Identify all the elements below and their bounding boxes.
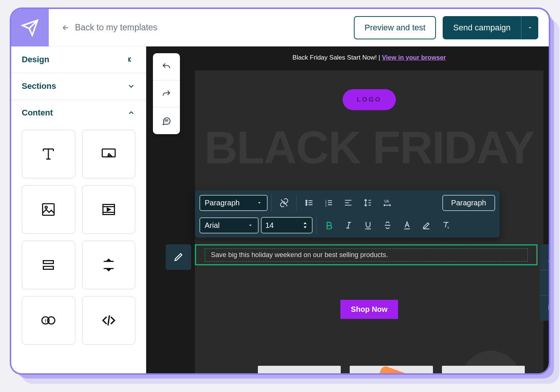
comments-button[interactable] — [153, 107, 180, 134]
underline-icon — [363, 220, 373, 230]
copy-icon — [547, 303, 549, 314]
style-select[interactable]: Paragraph — [199, 195, 268, 211]
comment-icon — [547, 252, 549, 262]
bold-icon — [324, 220, 334, 230]
font-select[interactable]: Arial — [199, 217, 259, 233]
paper-plane-icon — [21, 19, 39, 37]
bullet-list-icon — [304, 198, 314, 208]
social-block-icon: f — [40, 312, 57, 329]
undo-icon — [162, 62, 171, 72]
back-label: Back to my templates — [75, 22, 157, 33]
html-block-icon — [100, 312, 117, 329]
product-card-tablet[interactable] — [350, 366, 433, 373]
svg-point-9 — [306, 200, 307, 201]
email-preheader: Black Friday Sales Start Now! | View in … — [190, 51, 549, 70]
send-dropdown[interactable] — [521, 16, 538, 39]
align-left-icon — [343, 198, 353, 208]
sidebar-content-label: Content — [22, 108, 53, 118]
preview-button[interactable]: Preview and test — [354, 16, 436, 39]
strikethrough-icon — [383, 220, 392, 230]
letter-spacing-button[interactable]: VA — [379, 194, 396, 211]
tile-spacer[interactable] — [82, 241, 136, 289]
video-block-icon — [100, 201, 117, 218]
underline-button[interactable] — [359, 217, 377, 234]
bullet-list-button[interactable] — [301, 194, 318, 211]
italic-button[interactable] — [340, 217, 357, 234]
divider-block-icon — [40, 256, 57, 274]
block-delete-button[interactable] — [540, 270, 549, 295]
image-block-icon — [40, 201, 57, 218]
tile-divider[interactable] — [22, 241, 75, 289]
tile-text[interactable] — [22, 130, 75, 178]
edit-block-handle[interactable] — [166, 244, 191, 270]
highlight-button[interactable] — [418, 217, 435, 234]
stepper-icon — [302, 221, 308, 230]
line-height-button[interactable] — [359, 194, 376, 211]
arrow-left-icon — [61, 24, 70, 32]
svg-rect-1 — [43, 204, 54, 215]
headline-text[interactable]: BLACK FRIDAY — [195, 121, 544, 174]
redo-icon — [162, 89, 171, 99]
tile-image[interactable] — [22, 185, 75, 234]
svg-text:3: 3 — [325, 204, 326, 207]
trash-icon — [547, 278, 549, 288]
rte-toolbar: Paragraph 123 VA Paragraph Arial 14 — [195, 190, 500, 238]
svg-rect-5 — [43, 266, 54, 269]
caret-down-icon — [527, 25, 533, 31]
app-logo[interactable] — [11, 9, 49, 46]
chevron-down-icon — [247, 222, 253, 228]
font-size-input[interactable]: 14 — [261, 217, 313, 233]
link-button[interactable] — [276, 194, 293, 211]
redo-button[interactable] — [153, 80, 180, 107]
comment-icon — [162, 116, 171, 126]
sidebar-design-header[interactable]: Design — [11, 46, 146, 73]
tile-social[interactable]: f — [22, 296, 75, 345]
selected-text-content[interactable]: Save big this holiday weekend on our bes… — [205, 248, 528, 262]
sidebar-sections-label: Sections — [22, 81, 56, 91]
sidebar-sections-header[interactable]: Sections — [11, 73, 146, 99]
text-color-icon — [402, 220, 412, 230]
view-in-browser-link[interactable]: View in your browser — [382, 54, 446, 61]
undo-button[interactable] — [153, 53, 180, 80]
number-list-button[interactable]: 123 — [320, 194, 337, 211]
sidebar: Design Sections Content — [11, 46, 146, 373]
block-action-rail — [540, 244, 549, 321]
chevron-down-icon — [127, 82, 135, 90]
product-card-laptop[interactable] — [442, 366, 525, 373]
text-color-button[interactable] — [398, 217, 416, 234]
tile-html[interactable] — [82, 296, 136, 345]
selected-text-block[interactable]: Save big this holiday weekend on our bes… — [195, 244, 538, 265]
history-rail — [153, 53, 180, 134]
svg-point-2 — [45, 206, 48, 208]
tile-button[interactable] — [82, 130, 136, 178]
align-button[interactable] — [340, 194, 357, 211]
send-button[interactable]: Send campaign — [443, 16, 521, 39]
back-link[interactable]: Back to my templates — [49, 22, 354, 33]
number-list-icon: 123 — [324, 198, 334, 208]
italic-icon — [344, 220, 353, 230]
clear-format-icon: x — [441, 220, 451, 230]
logo-placeholder[interactable]: LOGO — [343, 89, 396, 110]
paragraph-tag-button[interactable]: Paragraph — [442, 195, 495, 211]
tablet-image — [368, 366, 414, 373]
text-block-icon — [40, 145, 57, 163]
line-height-icon — [363, 198, 373, 208]
canvas[interactable]: Black Friday Sales Start Now! | View in … — [146, 46, 549, 373]
tile-video[interactable] — [82, 185, 136, 234]
sidebar-content-header[interactable]: Content — [11, 100, 146, 126]
content-tiles: f — [11, 126, 146, 354]
collapse-left-icon — [127, 55, 135, 64]
block-duplicate-button[interactable] — [540, 295, 549, 321]
shop-now-button[interactable]: Shop Now — [340, 300, 398, 319]
bold-button[interactable] — [320, 217, 338, 234]
strike-button[interactable] — [379, 217, 396, 234]
svg-text:x: x — [447, 225, 449, 229]
block-comment-button[interactable] — [540, 244, 549, 270]
product-row — [258, 366, 525, 373]
svg-point-11 — [306, 204, 307, 205]
chevron-up-icon — [127, 109, 135, 117]
svg-point-10 — [306, 202, 307, 203]
product-card-watch[interactable] — [258, 366, 341, 373]
unlink-icon — [279, 198, 289, 208]
clear-format-button[interactable]: x — [437, 217, 455, 234]
